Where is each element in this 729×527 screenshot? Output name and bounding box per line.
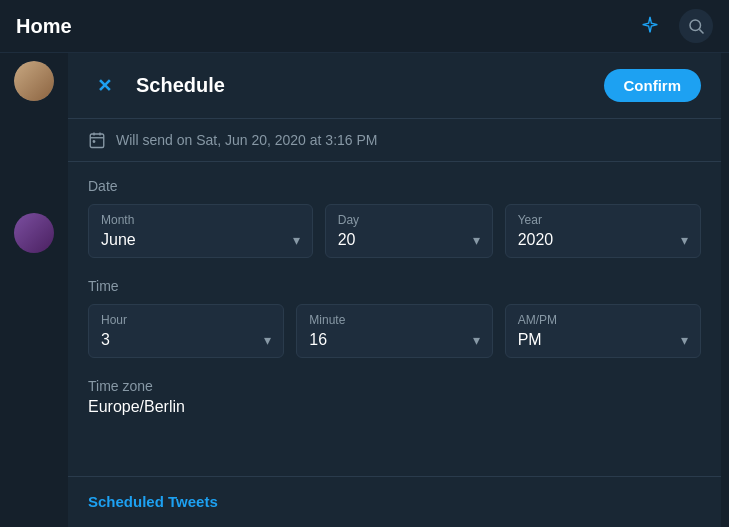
close-button[interactable]: ✕ [88,70,120,102]
date-section-label: Date [88,178,701,194]
minute-chevron-icon: ▾ [473,332,480,348]
modal-title: Schedule [136,74,588,97]
hour-value-row: 3 ▾ [101,331,271,349]
time-section-label: Time [88,278,701,294]
scheduled-tweets-link[interactable]: Scheduled Tweets [88,493,218,510]
ampm-chevron-icon: ▾ [681,332,688,348]
year-value-row: 2020 ▾ [518,231,688,249]
day-label: Day [338,213,480,227]
sidebar [0,53,68,527]
hour-label: Hour [101,313,271,327]
time-row: Hour 3 ▾ Minute 16 ▾ [88,304,701,358]
minute-value-row: 16 ▾ [309,331,479,349]
layout: ✕ Schedule Confirm Will send on Sat, Jun… [0,53,729,527]
schedule-info-bar: Will send on Sat, Jun 20, 2020 at 3:16 P… [68,119,721,162]
modal-footer: Scheduled Tweets [68,476,721,527]
date-row: Month June ▾ Day 20 ▾ [88,204,701,258]
month-dropdown[interactable]: Month June ▾ [88,204,313,258]
timezone-value: Europe/Berlin [88,398,701,416]
schedule-modal: ✕ Schedule Confirm Will send on Sat, Jun… [68,53,721,527]
ampm-dropdown[interactable]: AM/PM PM ▾ [505,304,701,358]
day-value: 20 [338,231,356,249]
year-dropdown[interactable]: Year 2020 ▾ [505,204,701,258]
hour-chevron-icon: ▾ [264,332,271,348]
svg-rect-2 [90,134,104,148]
main-content: ✕ Schedule Confirm Will send on Sat, Jun… [68,53,721,527]
modal-header: ✕ Schedule Confirm [68,53,721,119]
ampm-value: PM [518,331,542,349]
year-label: Year [518,213,688,227]
confirm-button[interactable]: Confirm [604,69,702,102]
hour-value: 3 [101,331,110,349]
right-strip [721,53,729,527]
minute-dropdown[interactable]: Minute 16 ▾ [296,304,492,358]
ampm-label: AM/PM [518,313,688,327]
minute-value: 16 [309,331,327,349]
year-value: 2020 [518,231,554,249]
timezone-section: Time zone Europe/Berlin [88,378,701,416]
minute-label: Minute [309,313,479,327]
month-label: Month [101,213,300,227]
ampm-value-row: PM ▾ [518,331,688,349]
svg-line-1 [699,29,703,33]
top-bar-icons [633,9,713,43]
avatar-bottom[interactable] [14,213,54,253]
svg-point-6 [93,141,95,143]
hour-dropdown[interactable]: Hour 3 ▾ [88,304,284,358]
timezone-label: Time zone [88,378,701,394]
day-dropdown[interactable]: Day 20 ▾ [325,204,493,258]
month-chevron-icon: ▾ [293,232,300,248]
calendar-icon [88,131,106,149]
month-value: June [101,231,136,249]
page-title: Home [16,15,633,38]
modal-body: Date Month June ▾ Day 20 [68,162,721,476]
sparkle-icon[interactable] [633,9,667,43]
svg-point-0 [690,20,701,31]
top-bar: Home [0,0,729,53]
month-value-row: June ▾ [101,231,300,249]
day-chevron-icon: ▾ [473,232,480,248]
day-value-row: 20 ▾ [338,231,480,249]
send-info-text: Will send on Sat, Jun 20, 2020 at 3:16 P… [116,132,378,148]
search-icon[interactable] [679,9,713,43]
avatar-top[interactable] [14,61,54,101]
year-chevron-icon: ▾ [681,232,688,248]
